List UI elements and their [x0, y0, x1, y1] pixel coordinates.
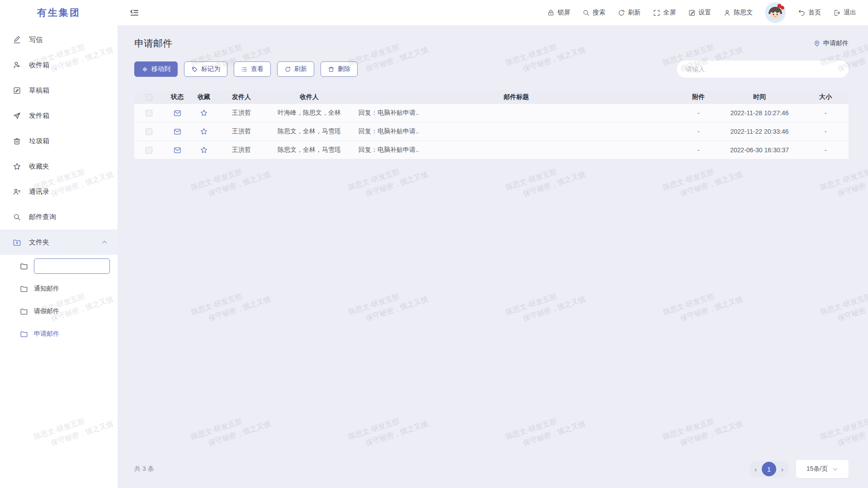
time: 2022-11-22 20:33:46	[717, 128, 802, 135]
pencil-icon	[13, 36, 21, 44]
favorite-star-icon[interactable]	[200, 127, 208, 136]
user-icon	[723, 9, 731, 17]
avatar[interactable]	[765, 2, 786, 23]
main-content: 申请邮件 申请邮件 移动到 标记为 查看 刷新 删除	[118, 25, 868, 488]
sidebar-item-label: 文件夹	[29, 238, 49, 247]
folder-plus-icon	[13, 238, 21, 247]
user-name: 陈思文	[734, 9, 753, 17]
folder-item-notice[interactable]: 通知邮件	[0, 277, 118, 300]
list-icon	[241, 66, 248, 73]
row-checkbox[interactable]	[146, 110, 152, 117]
sidebar-item-inbox[interactable]: 收件箱	[0, 52, 118, 78]
sidebar-item-folders[interactable]: 文件夹	[0, 230, 118, 255]
mail-status-icon	[173, 109, 182, 117]
page-title: 申请邮件	[134, 37, 172, 50]
subject: 回复：电脑补贴申请..	[352, 109, 680, 117]
send-icon	[13, 112, 21, 120]
col-status: 状态	[163, 93, 191, 101]
time: 2022-06-30 16:30:37	[717, 146, 802, 154]
mail-search-input[interactable]	[677, 61, 849, 78]
trash-icon	[13, 137, 21, 145]
folder-item-label: 请假邮件	[34, 307, 59, 315]
sidebar-item-label: 通讯录	[29, 188, 49, 196]
sidebar-item-label: 写信	[29, 36, 42, 44]
row-checkbox[interactable]	[146, 147, 152, 154]
refresh-list-button[interactable]: 刷新	[277, 61, 314, 77]
favorite-star-icon[interactable]	[200, 109, 208, 117]
folder-item-label: 申请邮件	[34, 330, 59, 338]
folder-item-leave[interactable]: 请假邮件	[0, 300, 118, 323]
person-arrow-icon	[13, 61, 21, 70]
folder-icon	[20, 285, 28, 293]
sidebar-item-label: 草稿箱	[29, 86, 49, 95]
mark-as-button[interactable]: 标记为	[184, 61, 227, 77]
subject: 回复：电脑补贴申请..	[352, 127, 680, 136]
pagination-bar: 共 3 条 ‹ 1 › 15条/页	[134, 460, 849, 478]
search-button[interactable]: 搜索	[582, 9, 605, 17]
folder-icon	[20, 262, 28, 270]
move-to-button[interactable]: 移动到	[134, 61, 178, 77]
folder-icon	[20, 330, 28, 338]
current-page[interactable]: 1	[762, 462, 776, 476]
star-icon	[13, 162, 21, 171]
delete-button[interactable]: 删除	[321, 61, 358, 77]
action-label: 首页	[808, 9, 821, 17]
subject: 回复：电脑补贴申请..	[352, 146, 680, 154]
menu-fold-icon[interactable]	[129, 8, 139, 18]
folder-item-application[interactable]: 申请邮件	[0, 323, 118, 345]
logout-button[interactable]: 退出	[833, 9, 856, 17]
table-row[interactable]: 王洪哲 叶海峰，陈思文，全林 回复：电脑补贴申请.. - 2022-11-28 …	[134, 104, 849, 122]
sidebar-item-sent[interactable]: 发件箱	[0, 103, 118, 128]
action-label: 设置	[698, 9, 711, 17]
fullscreen-icon	[653, 9, 660, 17]
sidebar-item-compose[interactable]: 写信	[0, 27, 118, 52]
sidebar: 有生集团 写信 收件箱 草稿箱 发件箱 垃圾箱 收藏夹 通讯录	[0, 0, 118, 488]
sender: 王洪哲	[217, 109, 266, 117]
toolbar: 移动到 标记为 查看 刷新 删除	[134, 61, 849, 78]
title-row: 申请邮件 申请邮件	[134, 37, 849, 50]
sidebar-item-drafts[interactable]: 草稿箱	[0, 78, 118, 103]
fullscreen-button[interactable]: 全屏	[653, 9, 676, 17]
button-label: 刷新	[294, 65, 307, 73]
chevron-up-icon[interactable]	[101, 239, 108, 245]
action-label: 锁屏	[557, 9, 570, 17]
table-row[interactable]: 王洪哲 陈思文，全林，马雪瑶 回复：电脑补贴申请.. - 2022-06-30 …	[134, 141, 849, 160]
next-page-button[interactable]: ›	[781, 466, 783, 473]
attachment: -	[680, 128, 717, 135]
button-label: 标记为	[201, 65, 220, 73]
new-folder-input[interactable]	[34, 258, 110, 274]
contacts-icon	[13, 188, 21, 196]
prev-page-button[interactable]: ‹	[755, 466, 757, 473]
mail-status-icon	[173, 146, 182, 155]
mail-table: 状态 收藏 发件人 收件人 邮件标题 附件 时间 大小 王洪哲 叶海峰，陈思文，…	[134, 90, 849, 160]
settings-button[interactable]: 设置	[688, 9, 711, 17]
location-pin-icon	[813, 40, 821, 47]
sender: 王洪哲	[217, 146, 266, 154]
page-size-value: 15条/页	[807, 465, 828, 473]
app-logo: 有生集团	[0, 0, 118, 25]
select-all-checkbox[interactable]	[146, 94, 152, 101]
current-user[interactable]: 陈思文	[723, 9, 753, 17]
sidebar-item-trash[interactable]: 垃圾箱	[0, 128, 118, 154]
home-button[interactable]: 首页	[798, 9, 821, 17]
favorite-star-icon[interactable]	[200, 146, 208, 154]
col-subject: 邮件标题	[352, 93, 680, 101]
sender: 王洪哲	[217, 127, 266, 136]
col-sender: 发件人	[217, 93, 266, 101]
sidebar-item-contacts[interactable]: 通讯录	[0, 179, 118, 204]
view-button[interactable]: 查看	[234, 61, 271, 77]
logout-icon	[833, 9, 841, 17]
breadcrumb-label: 申请邮件	[823, 39, 849, 47]
refresh-button[interactable]: 刷新	[618, 9, 641, 17]
page-size-select[interactable]: 15条/页	[796, 460, 849, 478]
table-row[interactable]: 王洪哲 陈思文，全林，马雪瑶 回复：电脑补贴申请.. - 2022-11-22 …	[134, 122, 849, 141]
sidebar-menu: 写信 收件箱 草稿箱 发件箱 垃圾箱 收藏夹 通讯录 邮件查询	[0, 27, 118, 345]
breadcrumb[interactable]: 申请邮件	[813, 39, 849, 47]
button-label: 移动到	[151, 65, 170, 73]
sidebar-item-mail-query[interactable]: 邮件查询	[0, 204, 118, 230]
row-checkbox[interactable]	[146, 128, 152, 135]
total-count: 共 3 条	[134, 465, 154, 473]
action-label: 刷新	[628, 9, 641, 17]
sidebar-item-favorites[interactable]: 收藏夹	[0, 154, 118, 179]
lock-screen-button[interactable]: 锁屏	[547, 9, 570, 17]
